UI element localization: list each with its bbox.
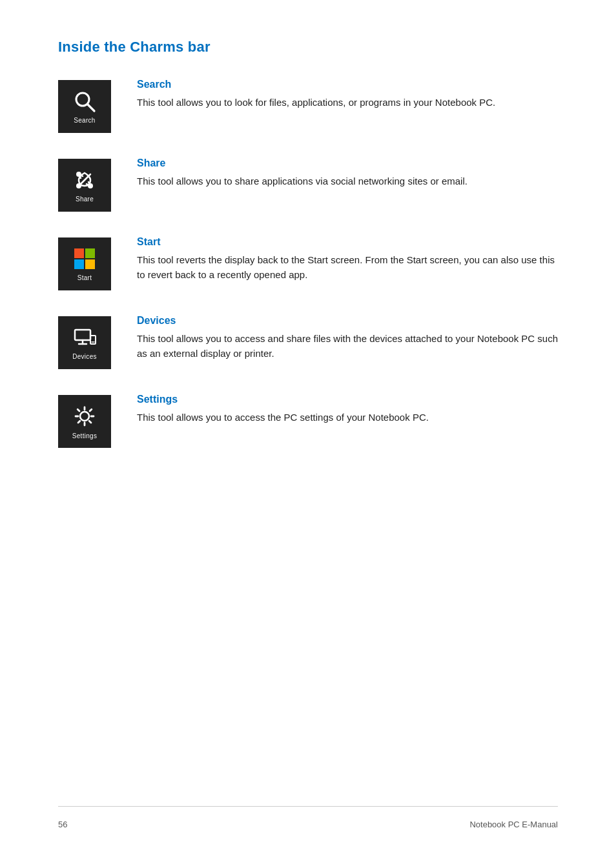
settings-icon [72, 403, 98, 429]
devices-icon-box: Devices [58, 316, 111, 369]
settings-name: Settings [137, 394, 558, 405]
charm-item-settings: Settings Settings This tool allows you t… [58, 394, 558, 448]
footer: 56 Notebook PC E-Manual [58, 806, 558, 829]
search-content: Search This tool allows you to look for … [137, 79, 558, 110]
search-icon-box: Search [58, 80, 111, 133]
start-desc: This tool reverts the display back to th… [137, 252, 558, 283]
charm-item-devices: Devices Devices This tool allows you to … [58, 315, 558, 369]
svg-line-1 [88, 105, 95, 112]
devices-icon [72, 325, 97, 350]
share-icon [72, 168, 97, 192]
page: Inside the Charms bar Search Search This… [0, 0, 616, 868]
svg-point-2 [76, 172, 81, 177]
svg-point-14 [80, 412, 89, 421]
svg-point-3 [88, 183, 93, 188]
svg-rect-8 [85, 259, 95, 269]
charm-item-start: Start Start This tool reverts the displa… [58, 236, 558, 290]
footer-text: Notebook PC E-Manual [469, 820, 558, 829]
charm-item-share: Share Share This tool allows you to shar… [58, 157, 558, 212]
share-icon-box: Share [58, 159, 111, 212]
svg-rect-9 [75, 330, 90, 340]
svg-rect-5 [74, 248, 84, 258]
svg-rect-7 [74, 259, 84, 269]
settings-icon-box: Settings [58, 395, 111, 448]
start-icon-label: Start [77, 274, 92, 281]
devices-content: Devices This tool allows you to access a… [137, 315, 558, 361]
settings-desc: This tool allows you to access the PC se… [137, 410, 558, 425]
start-icon-box: Start [58, 237, 111, 290]
start-content: Start This tool reverts the display back… [137, 236, 558, 283]
search-name: Search [137, 79, 558, 90]
footer-page: 56 [58, 820, 67, 829]
page-title: Inside the Charms bar [58, 39, 558, 56]
search-icon [72, 89, 97, 114]
devices-icon-label: Devices [72, 353, 97, 360]
share-name: Share [137, 157, 558, 169]
search-icon-label: Search [74, 117, 96, 124]
share-icon-label: Share [76, 196, 94, 203]
start-name: Start [137, 236, 558, 248]
svg-rect-6 [85, 248, 95, 258]
devices-desc: This tool allows you to access and share… [137, 331, 558, 361]
start-icon [72, 247, 97, 271]
settings-content: Settings This tool allows you to access … [137, 394, 558, 425]
share-content: Share This tool allows you to share appl… [137, 157, 558, 188]
settings-icon-label: Settings [72, 432, 98, 439]
devices-name: Devices [137, 315, 558, 327]
share-desc: This tool allows you to share applicatio… [137, 174, 558, 188]
search-desc: This tool allows you to look for files, … [137, 95, 558, 110]
charm-item-search: Search Search This tool allows you to lo… [58, 79, 558, 133]
